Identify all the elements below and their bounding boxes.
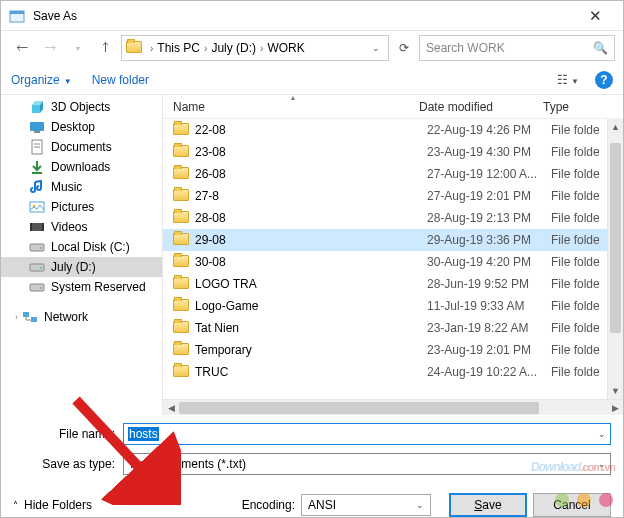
filename-input[interactable]: hosts ⌄ bbox=[123, 423, 611, 445]
table-row[interactable]: Logo-Game11-Jul-19 9:33 AMFile folde bbox=[163, 295, 623, 317]
breadcrumb[interactable]: WORK bbox=[265, 41, 306, 55]
sidebar-item[interactable]: Downloads bbox=[1, 157, 162, 177]
file-name: 30-08 bbox=[195, 255, 427, 269]
svg-rect-6 bbox=[34, 131, 40, 133]
file-name: Logo-Game bbox=[195, 299, 427, 313]
column-date[interactable]: Date modified bbox=[419, 100, 543, 114]
new-folder-button[interactable]: New folder bbox=[92, 73, 149, 87]
scroll-left-icon[interactable]: ◀ bbox=[163, 403, 179, 413]
sidebar-item[interactable]: Local Disk (C:) bbox=[1, 237, 162, 257]
svg-rect-2 bbox=[32, 105, 40, 113]
organize-button[interactable]: Organize▼ bbox=[11, 73, 72, 87]
sidebar-item-label: Local Disk (C:) bbox=[51, 240, 130, 254]
chevron-down-icon[interactable]: ⌄ bbox=[416, 500, 424, 510]
folder-icon bbox=[173, 365, 189, 380]
scroll-up-icon[interactable]: ▲ bbox=[608, 119, 623, 135]
title-bar: Save As ✕ bbox=[1, 1, 623, 31]
vertical-scrollbar[interactable]: ▲ ▼ bbox=[607, 119, 623, 399]
saveastype-label: Save as type: bbox=[13, 457, 123, 471]
sidebar-item-label: System Reserved bbox=[51, 280, 146, 294]
view-options-button[interactable]: ☷ ▼ bbox=[553, 73, 583, 87]
table-row[interactable]: Temporary23-Aug-19 2:01 PMFile folde bbox=[163, 339, 623, 361]
chevron-right-icon[interactable]: › bbox=[148, 43, 155, 54]
save-form: File name: hosts ⌄ Save as type: Text Do… bbox=[1, 415, 623, 477]
chevron-down-icon[interactable]: ⌄ bbox=[598, 429, 606, 439]
sidebar-item-label: 3D Objects bbox=[51, 100, 110, 114]
sidebar-network[interactable]: ›Network bbox=[1, 307, 162, 327]
table-row[interactable]: 22-0822-Aug-19 4:26 PMFile folde bbox=[163, 119, 623, 141]
svg-rect-15 bbox=[42, 223, 44, 231]
address-dropdown[interactable]: ⌄ bbox=[368, 43, 384, 53]
file-name: 23-08 bbox=[195, 145, 427, 159]
scroll-thumb[interactable] bbox=[610, 143, 621, 333]
table-row[interactable]: Tat Nien23-Jan-19 8:22 AMFile folde bbox=[163, 317, 623, 339]
encoding-select[interactable]: ANSI ⌄ bbox=[301, 494, 431, 516]
saveastype-select[interactable]: Text Documents (*.txt) ⌄ bbox=[123, 453, 611, 475]
folder-icon bbox=[173, 255, 189, 270]
file-date: 23-Aug-19 4:30 PM bbox=[427, 145, 551, 159]
folder-icon bbox=[173, 321, 189, 336]
sidebar-item[interactable]: Music bbox=[1, 177, 162, 197]
table-row[interactable]: 29-0829-Aug-19 3:36 PMFile folde bbox=[163, 229, 623, 251]
table-row[interactable]: 27-827-Aug-19 2:01 PMFile folde bbox=[163, 185, 623, 207]
cancel-button[interactable]: Cancel bbox=[533, 493, 611, 517]
refresh-button[interactable]: ⟳ bbox=[391, 41, 417, 55]
close-icon[interactable]: ✕ bbox=[575, 7, 615, 25]
sidebar-item-label: July (D:) bbox=[51, 260, 96, 274]
sidebar-item[interactable]: 3D Objects bbox=[1, 97, 162, 117]
svg-rect-22 bbox=[23, 312, 29, 317]
table-row[interactable]: LOGO TRA28-Jun-19 9:52 PMFile folde bbox=[163, 273, 623, 295]
horizontal-scrollbar[interactable]: ◀ ▶ bbox=[163, 399, 623, 415]
sidebar-item[interactable]: System Reserved bbox=[1, 277, 162, 297]
back-button[interactable]: 🡐 bbox=[9, 35, 35, 61]
encoding-label: Encoding: bbox=[242, 498, 295, 512]
pics-icon bbox=[29, 199, 45, 215]
file-date: 11-Jul-19 9:33 AM bbox=[427, 299, 551, 313]
chevron-right-icon[interactable]: › bbox=[202, 43, 209, 54]
scroll-thumb[interactable] bbox=[179, 402, 539, 414]
docs-icon bbox=[29, 139, 45, 155]
svg-rect-5 bbox=[30, 122, 44, 131]
up-button[interactable]: 🡑 bbox=[93, 35, 119, 61]
table-row[interactable]: 30-0830-Aug-19 4:20 PMFile folde bbox=[163, 251, 623, 273]
scroll-right-icon[interactable]: ▶ bbox=[607, 403, 623, 413]
sidebar-item[interactable]: July (D:) bbox=[1, 257, 162, 277]
table-row[interactable]: 23-0823-Aug-19 4:30 PMFile folde bbox=[163, 141, 623, 163]
chevron-down-icon[interactable]: ⌄ bbox=[598, 459, 606, 469]
sidebar-item[interactable]: Documents bbox=[1, 137, 162, 157]
help-button[interactable]: ? bbox=[595, 71, 613, 89]
disk-icon bbox=[29, 279, 45, 295]
file-name: TRUC bbox=[195, 365, 427, 379]
table-row[interactable]: 26-0827-Aug-19 12:00 A...File folde bbox=[163, 163, 623, 185]
hide-folders-button[interactable]: Hide Folders bbox=[24, 498, 92, 512]
folder-icon bbox=[173, 145, 189, 160]
music-icon bbox=[29, 179, 45, 195]
save-button[interactable]: Save bbox=[449, 493, 527, 517]
search-placeholder: Search WORK bbox=[426, 41, 593, 55]
file-name: 28-08 bbox=[195, 211, 427, 225]
sidebar-item[interactable]: Videos bbox=[1, 217, 162, 237]
table-row[interactable]: 28-0828-Aug-19 2:13 PMFile folde bbox=[163, 207, 623, 229]
folder-icon bbox=[173, 123, 189, 138]
recent-dropdown[interactable]: ▾ bbox=[65, 35, 91, 61]
table-row[interactable]: TRUC24-Aug-19 10:22 A...File folde bbox=[163, 361, 623, 383]
sidebar-item[interactable]: Desktop bbox=[1, 117, 162, 137]
address-bar[interactable]: › This PC › July (D:) › WORK ⌄ bbox=[121, 35, 389, 61]
sidebar-item-label: Desktop bbox=[51, 120, 95, 134]
toolbar: Organize▼ New folder ☷ ▼ ? bbox=[1, 65, 623, 95]
column-type[interactable]: Type bbox=[543, 100, 623, 114]
forward-button[interactable]: 🡒 bbox=[37, 35, 63, 61]
search-icon: 🔍 bbox=[593, 41, 608, 55]
network-icon bbox=[22, 309, 38, 325]
sidebar-item[interactable]: Pictures bbox=[1, 197, 162, 217]
scroll-down-icon[interactable]: ▼ bbox=[608, 383, 623, 399]
breadcrumb[interactable]: July (D:) bbox=[209, 41, 258, 55]
svg-point-21 bbox=[40, 287, 42, 289]
file-name: 22-08 bbox=[195, 123, 427, 137]
breadcrumb[interactable]: This PC bbox=[155, 41, 202, 55]
chevron-right-icon[interactable]: › bbox=[258, 43, 265, 54]
file-date: 24-Aug-19 10:22 A... bbox=[427, 365, 551, 379]
nav-row: 🡐 🡒 ▾ 🡑 › This PC › July (D:) › WORK ⌄ ⟳… bbox=[1, 31, 623, 65]
search-input[interactable]: Search WORK 🔍 bbox=[419, 35, 615, 61]
file-date: 29-Aug-19 3:36 PM bbox=[427, 233, 551, 247]
